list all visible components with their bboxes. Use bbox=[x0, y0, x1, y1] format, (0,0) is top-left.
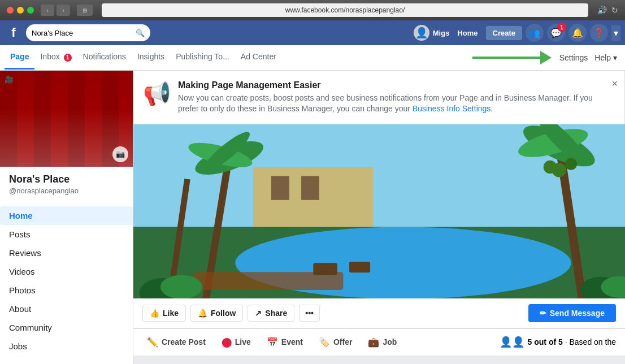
event-icon: 📅 bbox=[267, 337, 278, 348]
create-content-bar: ✏️ Create Post ⬤ Live 📅 Event 🏷️ Offer 💼… bbox=[133, 328, 625, 356]
refresh-button[interactable]: ↻ bbox=[611, 6, 618, 15]
tab-view-button[interactable]: ⊞ bbox=[77, 5, 93, 16]
settings-link[interactable]: Settings bbox=[556, 49, 592, 67]
cover-thumbnail-image: 🎥 📷 bbox=[0, 71, 133, 167]
svg-rect-2 bbox=[271, 176, 289, 200]
people-icon: 👥 bbox=[529, 28, 540, 38]
svg-point-17 bbox=[565, 158, 577, 170]
browser-nav: ‹ › bbox=[41, 5, 70, 16]
search-input[interactable] bbox=[32, 29, 132, 37]
home-nav-link[interactable]: Home bbox=[453, 27, 482, 40]
tab-insights[interactable]: Insights bbox=[132, 45, 170, 70]
audio-button[interactable]: 🔊 bbox=[597, 6, 607, 15]
page-sidebar: 🎥 📷 Nora's Place @norasplacepanglao Home… bbox=[0, 71, 133, 365]
messenger-badge: 1 bbox=[557, 23, 566, 32]
video-overlay-icon[interactable]: 🎥 bbox=[5, 75, 14, 84]
sidebar-item-jobs[interactable]: Jobs bbox=[0, 337, 133, 356]
camera-overlay-icon[interactable]: 📷 bbox=[112, 146, 128, 162]
banner-text: Making Page Management Easier Now you ca… bbox=[178, 80, 615, 115]
help-link[interactable]: Help ▾ bbox=[591, 49, 620, 67]
page-content: 📢 Making Page Management Easier Now you … bbox=[133, 71, 625, 365]
follow-button[interactable]: 🔔 Follow bbox=[190, 305, 243, 322]
cover-photo-area bbox=[133, 124, 625, 298]
sidebar-cover-thumbnail: 🎥 📷 bbox=[0, 71, 133, 167]
management-banner: 📢 Making Page Management Easier Now you … bbox=[133, 71, 625, 124]
more-options-button[interactable]: ••• bbox=[299, 305, 320, 322]
page-name: Nora's Place bbox=[9, 174, 124, 185]
like-button[interactable]: 👍 Like bbox=[142, 305, 186, 322]
share-icon: ↗ bbox=[255, 309, 262, 318]
create-job-button[interactable]: 💼 Job bbox=[363, 335, 401, 350]
sidebar-item-photos[interactable]: Photos bbox=[0, 281, 133, 300]
notifications-button[interactable]: 🔔 bbox=[568, 24, 587, 42]
create-offer-button[interactable]: 🏷️ Offer bbox=[314, 335, 357, 350]
banner-link[interactable]: Business Info Settings. bbox=[413, 104, 493, 113]
share-button[interactable]: ↗ Share bbox=[248, 305, 294, 322]
url-text: www.facebook.com/norasplacepanglao/ bbox=[285, 6, 405, 14]
sidebar-item-community[interactable]: Community bbox=[0, 318, 133, 337]
search-bar[interactable]: 🔍 bbox=[26, 24, 150, 41]
megaphone-icon: 📢 bbox=[143, 80, 171, 107]
forward-button[interactable]: › bbox=[57, 5, 70, 16]
username-label: Migs bbox=[433, 29, 450, 37]
os-traffic-lights bbox=[7, 7, 34, 14]
banner-close-button[interactable]: × bbox=[611, 78, 618, 90]
send-msg-icon: ✏ bbox=[540, 309, 546, 318]
minimize-dot[interactable] bbox=[17, 7, 24, 14]
svg-rect-20 bbox=[313, 263, 337, 275]
address-bar[interactable]: www.facebook.com/norasplacepanglao/ bbox=[102, 3, 588, 17]
tab-page[interactable]: Page bbox=[5, 45, 34, 70]
tab-publishing[interactable]: Publishing To... bbox=[170, 45, 235, 70]
banner-title: Making Page Management Easier bbox=[178, 80, 615, 90]
page-action-bar: 👍 Like 🔔 Follow ↗ Share ••• ✏ Send Messa… bbox=[133, 298, 625, 328]
friends-button[interactable]: 👥 bbox=[526, 24, 544, 42]
create-button[interactable]: Create bbox=[486, 26, 522, 40]
sidebar-item-about[interactable]: About bbox=[0, 300, 133, 318]
svg-rect-3 bbox=[301, 176, 319, 200]
sidebar-item-posts[interactable]: Posts bbox=[0, 225, 133, 244]
main-layout: 🎥 📷 Nora's Place @norasplacepanglao Home… bbox=[0, 71, 625, 365]
settings-arrow-annotation bbox=[472, 51, 552, 64]
send-message-button[interactable]: ✏ Send Message bbox=[528, 304, 616, 322]
tab-adcenter[interactable]: Ad Center bbox=[235, 45, 282, 70]
arrow-line bbox=[472, 57, 540, 59]
account-dropdown[interactable]: ▾ bbox=[611, 25, 620, 41]
cover-photo-svg bbox=[133, 124, 625, 298]
user-avatar[interactable]: 👤 bbox=[414, 25, 429, 41]
cover-photo bbox=[133, 124, 625, 298]
job-icon: 💼 bbox=[368, 337, 379, 348]
more-icon: ••• bbox=[305, 309, 314, 318]
search-icon: 🔍 bbox=[136, 29, 145, 37]
close-dot[interactable] bbox=[7, 7, 14, 14]
tab-notifications[interactable]: Notifications bbox=[77, 45, 132, 70]
create-post-button[interactable]: ✏️ Create Post bbox=[142, 335, 210, 350]
messenger-button[interactable]: 💬 1 bbox=[547, 24, 565, 42]
sidebar-item-reviews[interactable]: Reviews bbox=[0, 244, 133, 262]
page-tabs-row: Page Inbox 1 Notifications Insights Publ… bbox=[0, 45, 625, 71]
help-button[interactable]: ❓ bbox=[590, 24, 608, 42]
back-button[interactable]: ‹ bbox=[41, 5, 54, 16]
nav-right-section: 👤 Migs Home Create 👥 💬 1 🔔 ❓ ▾ bbox=[414, 24, 620, 42]
create-event-button[interactable]: 📅 Event bbox=[262, 335, 307, 350]
sidebar-item-home[interactable]: Home bbox=[0, 206, 133, 225]
maximize-dot[interactable] bbox=[27, 7, 34, 14]
ratings-snippet: 👤👤 5 out of 5 · Based on the bbox=[500, 336, 616, 348]
page-handle: @norasplacepanglao bbox=[9, 187, 124, 195]
bell-icon: 🔔 bbox=[572, 28, 583, 38]
page-info: Nora's Place @norasplacepanglao bbox=[0, 167, 133, 202]
sidebar-nav: Home Posts Reviews Videos Photos About C… bbox=[0, 206, 133, 356]
avatars-group: 👤👤 bbox=[500, 336, 524, 348]
os-window-chrome: ‹ › ⊞ www.facebook.com/norasplacepanglao… bbox=[0, 0, 625, 20]
arrow-head bbox=[540, 51, 552, 64]
fb-top-nav: f 🔍 👤 Migs Home Create 👥 💬 1 🔔 ❓ ▾ bbox=[0, 20, 625, 45]
go-live-button[interactable]: ⬤ Live bbox=[217, 335, 255, 350]
create-post-icon: ✏️ bbox=[147, 337, 158, 348]
offer-icon: 🏷️ bbox=[319, 337, 330, 348]
svg-rect-21 bbox=[349, 262, 370, 272]
tab-inbox[interactable]: Inbox 1 bbox=[34, 45, 77, 70]
inbox-badge: 1 bbox=[64, 54, 72, 62]
live-icon: ⬤ bbox=[222, 337, 232, 348]
help-icon: ❓ bbox=[593, 28, 605, 38]
like-icon: 👍 bbox=[150, 309, 159, 318]
sidebar-item-videos[interactable]: Videos bbox=[0, 262, 133, 281]
